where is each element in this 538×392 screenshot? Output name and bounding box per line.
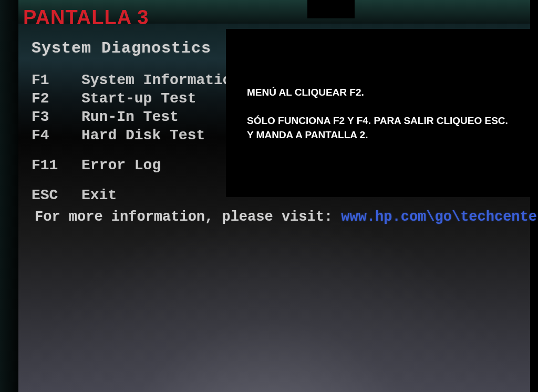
annotation-line1: MENÚ AL CLIQUEAR F2. [247, 87, 510, 98]
info-url: www.hp.com\go\techcenter\start [341, 209, 538, 225]
screen-glare [0, 208, 538, 392]
menu-key: F3 [32, 109, 81, 125]
menu-item-f11[interactable]: F11 Error Log [32, 157, 240, 173]
annotation-box: MENÚ AL CLIQUEAR F2. SÓLO FUNCIONA F2 Y … [226, 29, 531, 197]
menu-key: ESC [32, 187, 81, 203]
menu-label: System Information [81, 72, 240, 88]
info-line: For more information, please visit: www.… [35, 209, 538, 225]
menu-item-f2[interactable]: F2 Start-up Test [32, 90, 240, 107]
menu-key: F11 [32, 157, 81, 173]
laptop-webcam [307, 0, 355, 18]
menu-label: Hard Disk Test [81, 127, 205, 143]
menu-key: F4 [32, 127, 81, 143]
menu-item-esc[interactable]: ESC Exit [32, 187, 240, 203]
menu-label: Error Log [81, 157, 161, 173]
laptop-bezel-left [0, 0, 18, 392]
menu-label: Run-In Test [81, 109, 179, 125]
menu-key: F2 [32, 90, 81, 107]
bios-heading: System Diagnostics [32, 39, 240, 57]
menu-label: Exit [81, 187, 117, 203]
menu-item-f1[interactable]: F1 System Information [32, 72, 240, 88]
bios-screen: System Diagnostics F1 System Information… [32, 39, 240, 205]
annotation-line2: SÓLO FUNCIONA F2 Y F4. PARA SALIR CLIQUE… [247, 114, 510, 142]
annotation-title: PANTALLA 3 [23, 6, 149, 29]
laptop-bezel-right [530, 0, 538, 392]
menu-key: F1 [32, 72, 81, 88]
info-prefix: For more information, please visit: [35, 209, 341, 225]
menu-item-f3[interactable]: F3 Run-In Test [32, 109, 240, 125]
menu-item-f4[interactable]: F4 Hard Disk Test [32, 127, 240, 143]
menu-label: Start-up Test [81, 90, 196, 107]
